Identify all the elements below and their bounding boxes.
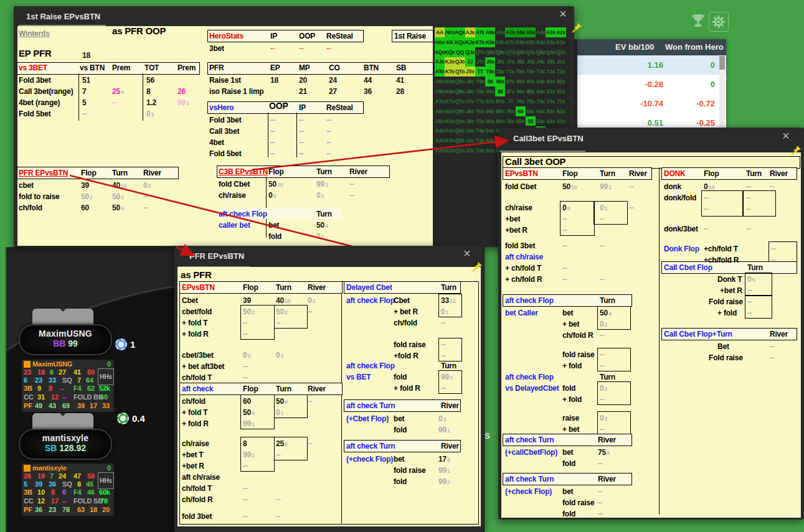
stat-text: Flop bbox=[562, 169, 578, 178]
seat-nameplate[interactable]: MaximUSNGBB 99 bbox=[19, 324, 112, 355]
ev-table-row[interactable]: -0.280 bbox=[573, 75, 726, 94]
hud-panel[interactable]: mantisxyle02619724475853936SQ8453B1080F4… bbox=[22, 464, 114, 516]
stat-text: Turn bbox=[441, 362, 456, 370]
range-cell: 77 bbox=[505, 96, 515, 106]
stat-text: 01 bbox=[600, 203, 607, 213]
stat-text: Call 3bet(range) bbox=[19, 87, 73, 96]
trophy-icon[interactable] bbox=[690, 12, 706, 29]
col-header-ev: EV bb/100 bbox=[615, 42, 654, 52]
stat-text: -- bbox=[562, 264, 567, 273]
stat-text: 4bet bbox=[209, 138, 224, 147]
stat-text: -- bbox=[704, 205, 709, 213]
stat-text: ch/raise bbox=[219, 191, 246, 200]
stat-text: -- bbox=[299, 149, 304, 158]
range-cell: T8s bbox=[495, 67, 505, 77]
close-icon[interactable]: × bbox=[782, 129, 790, 142]
pin-icon[interactable] bbox=[472, 261, 483, 272]
stat-text: -- bbox=[598, 459, 603, 468]
popup-pfr-epvsbtn[interactable]: PFR EPvsBTN×as PFREPvsBTNFlopTurnRiverCb… bbox=[174, 246, 484, 532]
stat-text: -- bbox=[771, 256, 776, 264]
player-name: MaximUSNG bbox=[20, 329, 111, 338]
hud-stat: 36 bbox=[35, 506, 42, 513]
range-cell: K5s bbox=[526, 37, 536, 47]
scrollbar-thumb[interactable] bbox=[719, 56, 725, 70]
stat-link[interactable]: Winterds bbox=[19, 29, 50, 38]
range-cell: 92s bbox=[556, 77, 565, 86]
range-cell: K6o bbox=[445, 106, 455, 116]
hud-stat: 10 bbox=[37, 488, 45, 496]
stat-text: -- bbox=[746, 225, 751, 233]
stat-text: Flop bbox=[243, 283, 258, 292]
range-cell: A8s bbox=[495, 27, 505, 37]
hud-panel[interactable]: MaximUSNG02318627416062333SQ7643B98--F46… bbox=[22, 360, 114, 412]
stat-text: -- bbox=[82, 110, 87, 118]
stat-text: -- bbox=[746, 194, 751, 202]
stat-text: Turn bbox=[600, 169, 615, 178]
stat-text: Raise 1st bbox=[209, 76, 241, 85]
bet-amount: 1 bbox=[130, 339, 135, 350]
range-cell: J3o bbox=[465, 136, 475, 146]
stat-text: + ch/fold R bbox=[505, 275, 542, 284]
range-cell: T7o bbox=[475, 96, 485, 106]
stat-text: 02 bbox=[143, 181, 151, 190]
stat-text: donk/fold bbox=[664, 194, 696, 202]
stat-text: -- bbox=[704, 225, 709, 233]
pin-icon[interactable] bbox=[572, 22, 582, 33]
stat-text: 3bet bbox=[209, 44, 224, 53]
stat-text: 504 bbox=[243, 408, 255, 418]
hud-stat: 69 bbox=[62, 402, 70, 409]
hud-stat: 39 bbox=[35, 480, 42, 488]
ev-table-row[interactable]: 1.160 bbox=[573, 55, 726, 75]
popup-title: Call3bet EPvsBTN bbox=[513, 134, 584, 143]
stat-text: +bet R bbox=[505, 226, 527, 235]
bet-chip-icon bbox=[117, 413, 129, 424]
section-label: HeroStats bbox=[209, 32, 244, 40]
range-cell: Q2s bbox=[556, 47, 565, 57]
range-cell: Q7s bbox=[505, 47, 515, 57]
hud-stat: PF bbox=[24, 402, 32, 409]
hud-stat: 60 bbox=[100, 393, 108, 401]
hud-stat: -- bbox=[62, 393, 67, 401]
stat-link[interactable]: C3B EPvsBTN bbox=[219, 167, 268, 176]
range-cell: A6o bbox=[435, 106, 445, 116]
range-cell: Q9o bbox=[455, 77, 465, 86]
range-cell: JTo bbox=[465, 67, 475, 77]
stat-text: ch/fold bbox=[182, 397, 206, 406]
stat-text: -- bbox=[747, 297, 752, 306]
ev-table-row[interactable]: -10.74-0.72 bbox=[573, 94, 726, 113]
stat-text: ch/fold bbox=[19, 203, 42, 212]
gear-icon[interactable] bbox=[709, 12, 729, 32]
close-icon[interactable]: × bbox=[559, 7, 567, 20]
stat-text: Flop bbox=[243, 385, 258, 393]
range-cell: 87o bbox=[495, 96, 505, 106]
popup-call3bet-epvsbtn[interactable]: Call3bet EPvsBTN×Call 3bet OOPEPvsBTNFlo… bbox=[498, 128, 804, 520]
pin-icon[interactable] bbox=[791, 145, 802, 156]
hud-stat: CC bbox=[24, 497, 34, 505]
stat-text: -- bbox=[326, 116, 331, 124]
close-icon[interactable]: × bbox=[463, 247, 471, 259]
stat-text: ch/fold T bbox=[182, 484, 212, 493]
stat-text: Flop bbox=[268, 167, 284, 176]
popup-tab-underline bbox=[499, 151, 585, 152]
stat-text: Cbet bbox=[182, 296, 198, 305]
range-cell: K9s bbox=[485, 37, 495, 47]
hud-corner-stat: 0 bbox=[107, 360, 111, 368]
stat-text: -- bbox=[299, 138, 304, 147]
stat-link[interactable]: PFR EPvsBTN bbox=[19, 169, 68, 177]
hud-stat: 49 bbox=[35, 402, 42, 409]
stat-text: Fold 5bet bbox=[209, 149, 242, 158]
scrollbar[interactable] bbox=[719, 55, 725, 129]
seat-nameplate[interactable]: mantisxyleSB 128.92 bbox=[19, 429, 112, 460]
range-cell: 97s bbox=[505, 77, 515, 86]
stat-text: -- bbox=[349, 191, 354, 200]
stat-text: ch/raise bbox=[182, 439, 209, 448]
stat-text: -- bbox=[600, 425, 605, 434]
stat-text: -- bbox=[243, 373, 248, 382]
range-cell: K3o bbox=[445, 136, 455, 146]
range-cell: J7s bbox=[505, 57, 515, 67]
range-cell: JTs bbox=[475, 57, 485, 67]
stat-text: 5 bbox=[82, 98, 86, 107]
popup-1st-raise-epvsbtn[interactable]: 1st Raise EPvsBTN×Winterdsas PFR OOPEP P… bbox=[14, 6, 574, 247]
stat-text: 991 bbox=[177, 98, 189, 108]
stat-text: 991 bbox=[243, 450, 255, 460]
